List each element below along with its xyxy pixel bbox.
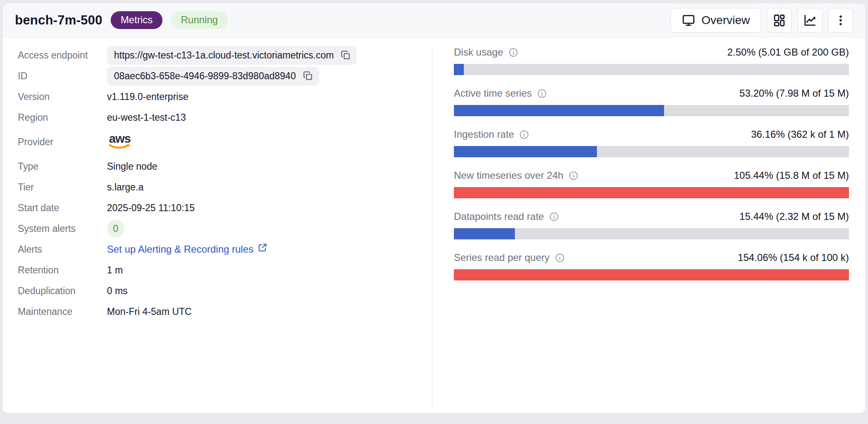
setup-alerting-link[interactable]: Set up Alerting & Recording rules (107, 244, 267, 255)
overview-button[interactable]: Overview (670, 8, 761, 33)
access-endpoint-text: https://gw-test-c13-1a.cloud-test.victor… (114, 50, 334, 61)
progress-track (454, 187, 849, 198)
kebab-menu-button[interactable] (828, 8, 853, 33)
copy-endpoint-button[interactable] (340, 50, 351, 61)
usage-value: 105.44% (15.8 M of 15 M) (734, 170, 849, 181)
detail-row-maintenance: Maintenance Mon-Fri 4-5am UTC (18, 301, 419, 322)
start-date-value: 2025-09-25 11:10:15 (107, 202, 195, 214)
svg-text:aws: aws (109, 132, 131, 145)
header-actions: Overview (670, 8, 853, 33)
usage-label: Datapoints read rate (454, 211, 544, 222)
deployment-id-value: 08aec6b3-658e-4946-9899-83d980ad8940 (107, 67, 319, 85)
region-value: eu-west-1-test-c13 (107, 112, 186, 123)
maintenance-value: Mon-Fri 4-5am UTC (107, 306, 192, 317)
detail-label: Region (18, 112, 107, 123)
progress-track (454, 269, 849, 280)
usage-row-new-timeseries-24h: New timeseries over 24h 105.44% (15.8 M … (454, 170, 849, 198)
card-body: Access endpoint https://gw-test-c13-1a.c… (2, 37, 866, 413)
detail-row-tier: Tier s.large.a (18, 177, 419, 197)
usage-label: Disk usage (454, 46, 503, 58)
details-panel: Access endpoint https://gw-test-c13-1a.c… (2, 37, 432, 413)
usage-label: Ingestion rate (454, 129, 514, 140)
usage-label: Active time series (454, 88, 532, 99)
version-value: v1.119.0-enterprise (107, 91, 188, 102)
retention-value: 1 m (107, 265, 123, 276)
progress-track (454, 146, 849, 157)
deduplication-value: 0 ms (107, 285, 128, 297)
detail-label: Alerts (18, 244, 107, 255)
status-badge: Running (171, 11, 228, 29)
usage-label: New timeseries over 24h (454, 170, 563, 181)
progress-track (454, 105, 849, 116)
usage-row-series-read-per-query: Series read per query 154.06% (154 k of … (454, 252, 849, 280)
tier-value: s.large.a (107, 182, 143, 193)
system-alerts-count-badge: 0 (107, 220, 124, 237)
detail-label: System alerts (18, 223, 107, 234)
kebab-menu-icon (834, 13, 848, 27)
page-title: bench-7m-500 (15, 13, 102, 28)
detail-row-deduplication: Deduplication 0 ms (18, 280, 419, 301)
detail-label: Maintenance (18, 306, 107, 317)
copy-icon (303, 71, 313, 81)
usage-label: Series read per query (454, 252, 550, 263)
detail-label: Deduplication (18, 285, 107, 297)
progress-track (454, 228, 849, 239)
line-chart-button[interactable] (798, 8, 822, 33)
detail-row-version: Version v1.119.0-enterprise (18, 86, 419, 107)
detail-row-access-endpoint: Access endpoint https://gw-test-c13-1a.c… (18, 45, 419, 66)
usage-row-disk-usage: Disk usage 2.50% (5.01 GB of 200 GB) (454, 46, 849, 75)
detail-row-system-alerts: System alerts 0 (18, 218, 419, 239)
progress-fill (454, 228, 515, 239)
usage-value: 2.50% (5.01 GB of 200 GB) (727, 46, 849, 58)
info-icon[interactable] (568, 171, 579, 181)
monitor-icon (681, 13, 696, 27)
line-chart-icon (803, 13, 817, 27)
detail-label: Start date (18, 202, 107, 214)
deployment-card: bench-7m-500 Metrics Running Overview (2, 3, 866, 413)
card-header: bench-7m-500 Metrics Running Overview (2, 3, 866, 37)
type-value: Single node (107, 161, 158, 172)
dashboard-grid-button[interactable] (767, 8, 792, 33)
detail-row-start-date: Start date 2025-09-25 11:10:15 (18, 197, 419, 218)
aws-provider-logo: aws (107, 132, 134, 152)
usage-panel: Disk usage 2.50% (5.01 GB of 200 GB) Act… (432, 37, 866, 413)
detail-label: Access endpoint (18, 50, 107, 61)
usage-value: 36.16% (362 k of 1 M) (751, 129, 849, 140)
overview-button-label: Overview (701, 14, 750, 27)
detail-label: Type (18, 161, 107, 172)
usage-row-ingestion-rate: Ingestion rate 36.16% (362 k of 1 M) (454, 129, 849, 157)
detail-row-id: ID 08aec6b3-658e-4946-9899-83d980ad8940 (18, 66, 419, 86)
detail-row-region: Region eu-west-1-test-c13 (18, 107, 419, 128)
usage-row-active-time-series: Active time series 53.20% (7.98 M of 15 … (454, 88, 849, 116)
progress-fill (454, 105, 664, 116)
deployment-id-text: 08aec6b3-658e-4946-9899-83d980ad8940 (114, 71, 296, 82)
progress-fill (454, 187, 849, 198)
detail-row-retention: Retention 1 m (18, 260, 419, 280)
detail-label: Provider (18, 136, 107, 148)
detail-row-provider: Provider aws (18, 128, 419, 156)
detail-label: Version (18, 91, 107, 102)
progress-fill (454, 64, 464, 75)
detail-label: Retention (18, 265, 107, 276)
info-icon[interactable] (549, 212, 559, 222)
detail-label: Tier (18, 182, 107, 193)
copy-id-button[interactable] (303, 71, 313, 81)
usage-value: 154.06% (154 k of 100 k) (738, 252, 849, 263)
usage-row-datapoints-read-rate: Datapoints read rate 15.44% (2.32 M of 1… (454, 211, 849, 239)
detail-row-type: Type Single node (18, 156, 419, 177)
copy-icon (340, 50, 351, 61)
type-badge: Metrics (111, 11, 162, 29)
detail-row-alerts: Alerts Set up Alerting & Recording rules (18, 239, 419, 260)
setup-alerting-link-label: Set up Alerting & Recording rules (107, 244, 254, 255)
info-icon[interactable] (555, 253, 565, 263)
info-icon[interactable] (519, 129, 529, 140)
progress-track (454, 64, 849, 75)
info-icon[interactable] (537, 88, 547, 99)
usage-value: 15.44% (2.32 M of 15 M) (739, 211, 849, 222)
detail-label: ID (18, 71, 107, 82)
info-icon[interactable] (508, 47, 519, 58)
dashboard-grid-icon (772, 13, 786, 27)
usage-value: 53.20% (7.98 M of 15 M) (739, 88, 849, 99)
access-endpoint-value: https://gw-test-c13-1a.cloud-test.victor… (107, 46, 357, 65)
progress-fill (454, 146, 597, 157)
